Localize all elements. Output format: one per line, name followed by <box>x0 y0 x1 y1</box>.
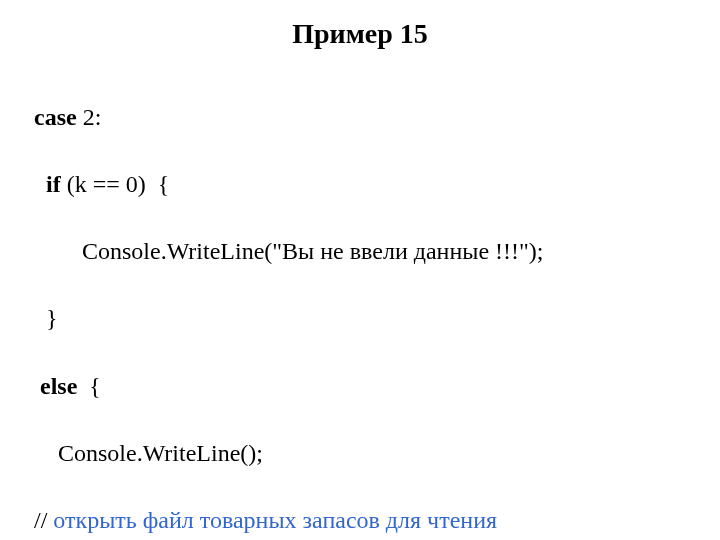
code-line: // открыть файл товарных запасов для чте… <box>28 504 692 538</box>
code-line: else { <box>28 370 692 404</box>
keyword-else: else <box>40 373 77 399</box>
code-snippet: case 2: if (k == 0) { Console.WriteLine(… <box>28 67 692 540</box>
code-line: case 2: <box>28 101 692 135</box>
code-line: if (k == 0) { <box>28 168 692 202</box>
keyword-if: if <box>46 171 61 197</box>
slide-content: Пример 15 case 2: if (k == 0) { Console.… <box>0 0 720 540</box>
code-line: Console.WriteLine("Вы не ввели данные !!… <box>28 235 692 269</box>
slide-title: Пример 15 <box>28 14 692 53</box>
code-line: Console.WriteLine(); <box>28 437 692 471</box>
comment-text: открыть файл товарных запасов для чтения <box>53 507 497 533</box>
keyword-case: case <box>34 104 77 130</box>
code-line: } <box>28 302 692 336</box>
